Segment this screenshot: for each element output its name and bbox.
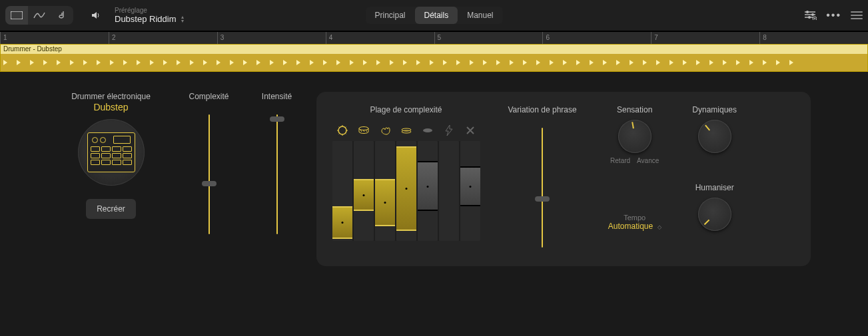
ruler-mark: 7	[651, 32, 658, 44]
feel-sub-retard: Retard	[610, 157, 630, 164]
feel-sub-avance: Avance	[637, 157, 659, 164]
svg-point-6	[359, 127, 368, 130]
tab-details[interactable]: Détails	[414, 7, 458, 24]
tempo-label: Tempo	[624, 214, 646, 222]
preset-value: Dubstep Riddim	[115, 14, 177, 24]
instrument-icons	[336, 124, 477, 137]
drummer-region[interactable]: Drummer - Dubstep	[0, 44, 868, 72]
drummer-avatar[interactable]	[78, 119, 145, 186]
drummer-info: Drummer électronique Dubstep Recréer	[58, 92, 165, 219]
ruler-mark: 3	[217, 32, 224, 44]
hi-hat-icon[interactable]	[400, 124, 413, 137]
humanize-knob[interactable]: Humaniser	[685, 183, 745, 231]
lightning-icon[interactable]	[442, 124, 456, 137]
tab-principal[interactable]: Principal	[365, 7, 414, 24]
preset-label: Préréglage	[115, 7, 184, 14]
complexity-label: Complexité	[189, 92, 228, 101]
tab-manuel[interactable]: Manuel	[458, 7, 502, 24]
timeline-ruler[interactable]: 1 2 3 4 5 6 7 8	[0, 31, 868, 44]
view-mode-toggle	[5, 6, 73, 25]
ruler-mark: 1	[0, 32, 7, 44]
top-bar: Préréglage Dubstep Riddim▴▾ Principal Dé…	[0, 0, 868, 31]
track-lane: Drummer - Dubstep	[0, 44, 868, 72]
settings-icon[interactable]	[803, 9, 817, 22]
details-panel: Plage de complexité Variation de phrase	[316, 92, 811, 266]
svg-rect-0	[11, 11, 23, 19]
tempo-selector[interactable]: Tempo Automatique ◇	[608, 214, 661, 231]
svg-point-9	[423, 128, 432, 132]
complexity-range: Plage de complexité	[332, 105, 480, 248]
region-name: Drummer - Dubstep	[1, 45, 867, 54]
note-view-button[interactable]	[51, 6, 73, 25]
editor-area: Drummer électronique Dubstep Recréer Com…	[0, 72, 868, 266]
svg-point-2	[811, 13, 814, 16]
feel-knob[interactable]: Sensation Retard Avance	[605, 105, 665, 164]
drummer-style: Dubstep	[93, 102, 128, 112]
svg-point-3	[808, 16, 811, 19]
bass-icon[interactable]	[421, 124, 434, 137]
phrase-variation-label: Variation de phrase	[508, 105, 577, 114]
region-waveform	[1, 54, 867, 71]
dynamics-knob[interactable]: Dynamiques	[685, 105, 745, 164]
complexity-slider[interactable]: Complexité	[186, 92, 232, 234]
updown-icon: ◇	[657, 224, 661, 230]
crash-cymbal-icon[interactable]	[336, 124, 349, 137]
automation-view-button[interactable]	[28, 6, 51, 25]
tempo-value: Automatique	[608, 222, 653, 231]
drag-handle-icon[interactable]	[851, 11, 863, 19]
snare-drum-icon[interactable]	[357, 124, 370, 137]
intensity-label: Intensité	[262, 92, 292, 101]
updown-icon: ▴▾	[181, 15, 184, 23]
phrase-variation-slider[interactable]: Variation de phrase	[508, 105, 577, 248]
dynamics-label: Dynamiques	[692, 105, 737, 114]
complexity-range-label: Plage de complexité	[370, 105, 442, 114]
ruler-mark: 4	[326, 32, 333, 44]
humanize-label: Humaniser	[695, 183, 734, 192]
ruler-mark: 8	[759, 32, 767, 44]
recreate-button[interactable]: Recréer	[86, 199, 136, 219]
editor-tabs: Principal Détails Manuel	[365, 7, 502, 24]
more-icon[interactable]: •••	[826, 9, 841, 21]
drum-machine-icon	[87, 132, 135, 172]
preset-selector[interactable]: Préréglage Dubstep Riddim▴▾	[115, 7, 184, 24]
cross-icon[interactable]	[464, 124, 477, 137]
ruler-mark: 6	[542, 32, 550, 44]
svg-point-1	[806, 11, 809, 13]
feel-label: Sensation	[617, 105, 652, 114]
ruler-mark: 5	[434, 32, 442, 44]
intensity-slider[interactable]: Intensité	[254, 92, 300, 234]
ruler-mark: 2	[109, 32, 116, 44]
knob-section: Sensation Retard Avance Dynamiques	[605, 105, 745, 248]
complexity-bars[interactable]	[332, 141, 480, 241]
clap-icon[interactable]	[378, 124, 392, 137]
drummer-type-label: Drummer électronique	[71, 92, 151, 101]
volume-icon[interactable]	[88, 7, 104, 23]
region-view-button[interactable]	[5, 6, 28, 25]
